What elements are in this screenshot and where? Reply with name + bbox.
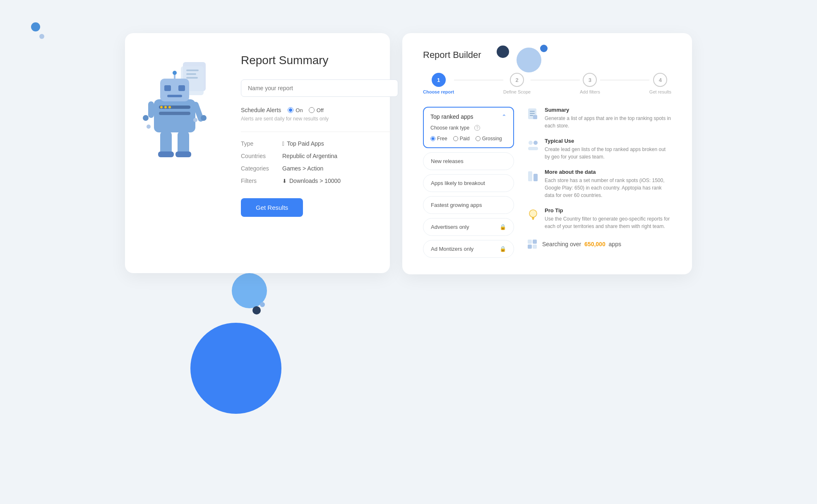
report-name-input[interactable]	[241, 79, 398, 97]
rank-paid-option[interactable]: Paid	[453, 136, 470, 142]
step-1: 1 Choose report	[423, 73, 454, 94]
type-value:  Top Paid Apps	[282, 140, 324, 147]
step-connector-2	[531, 80, 580, 80]
svg-rect-22	[178, 132, 189, 154]
svg-rect-5	[154, 99, 195, 132]
step-1-circle: 1	[432, 73, 446, 87]
svg-rect-29	[530, 113, 535, 114]
schedule-off-label: Off	[317, 107, 324, 113]
deco-circle-8	[252, 306, 261, 314]
svg-rect-34	[528, 147, 538, 150]
type-row: Type  Top Paid Apps	[241, 140, 398, 147]
more-data-title: More about the data	[545, 169, 671, 175]
step-connector-3	[600, 80, 649, 80]
schedule-off-option[interactable]: Off	[309, 107, 324, 113]
option-advertisers-only[interactable]: Advertisers only 🔒	[423, 218, 514, 236]
svg-rect-23	[158, 151, 174, 157]
option-top-ranked[interactable]: Top ranked apps ⌃ Choose rank type ? Fre…	[423, 107, 514, 148]
step-3: 3 Add filters	[580, 73, 600, 94]
robot-illustration	[137, 54, 220, 178]
svg-rect-21	[160, 132, 172, 154]
rank-grossing-option[interactable]: Grossing	[476, 136, 502, 142]
svg-point-33	[533, 141, 538, 145]
type-label: Type	[241, 140, 282, 147]
filters-value: ⬇ Downloads > 10000	[282, 178, 341, 184]
svg-rect-7	[164, 85, 171, 91]
get-results-button[interactable]: Get Results	[241, 198, 303, 217]
option-new-releases[interactable]: New releases	[423, 152, 514, 170]
svg-rect-43	[533, 245, 537, 249]
option-fastest-growing[interactable]: Fastest growing apps	[423, 196, 514, 214]
report-summary-card: Report Summary Schedule Alerts On Off Al…	[125, 33, 390, 273]
rank-grossing-radio[interactable]	[476, 136, 481, 141]
svg-point-17	[160, 106, 163, 108]
apple-icon: 	[282, 140, 284, 147]
svg-rect-38	[532, 217, 534, 218]
svg-point-15	[143, 115, 149, 121]
categories-row: Categories Games > Action	[241, 165, 398, 172]
rank-type-label: Choose rank type	[430, 125, 469, 131]
ad-montizers-label: Ad Montizers only	[431, 246, 473, 252]
svg-point-37	[529, 210, 537, 217]
builder-content: Top ranked apps ⌃ Choose rank type ? Fre…	[423, 107, 671, 258]
schedule-on-label: On	[296, 107, 303, 113]
step-1-number: 1	[437, 77, 440, 83]
searching-row: Searching over 650,000 apps	[526, 238, 671, 250]
svg-point-18	[164, 106, 167, 108]
summary-icon	[526, 108, 540, 121]
schedule-on-option[interactable]: On	[288, 107, 303, 113]
step-2-circle: 2	[510, 73, 524, 87]
top-ranked-label: Top ranked apps	[430, 113, 473, 120]
typical-use-text: Create lead gen lists of the top ranked …	[545, 146, 671, 161]
pro-tip-section: Pro Tip Use the Country filter to genera…	[526, 207, 671, 230]
countries-value: Republic of Argentina	[282, 153, 337, 159]
fastest-growing-label: Fastest growing apps	[431, 202, 482, 208]
svg-rect-36	[533, 174, 538, 181]
svg-rect-28	[530, 111, 535, 112]
categories-label: Categories	[241, 165, 282, 172]
rank-free-radio[interactable]	[430, 136, 435, 141]
svg-rect-40	[528, 240, 532, 244]
svg-rect-35	[528, 171, 532, 181]
more-data-text: Each store has a set number of rank spot…	[545, 177, 671, 199]
step-4-circle: 4	[653, 73, 667, 87]
typical-use-icon	[526, 139, 540, 152]
svg-point-26	[147, 125, 151, 129]
options-list: Top ranked apps ⌃ Choose rank type ? Fre…	[423, 107, 514, 258]
info-panel: Summary Generate a list of apps that are…	[526, 107, 671, 258]
typical-use-title: Typical Use	[545, 138, 671, 144]
type-value-text: Top Paid Apps	[287, 140, 324, 147]
svg-rect-3	[186, 73, 196, 75]
advertisers-only-label: Advertisers only	[431, 224, 469, 230]
searching-suffix: apps	[609, 241, 621, 247]
rank-paid-radio[interactable]	[453, 136, 458, 141]
new-releases-label: New releases	[431, 158, 464, 164]
svg-rect-31	[533, 115, 537, 119]
filters-label: Filters	[241, 178, 282, 184]
countries-row: Countries Republic of Argentina	[241, 153, 398, 159]
svg-point-32	[529, 141, 533, 145]
svg-rect-9	[167, 95, 182, 97]
svg-rect-30	[530, 115, 533, 116]
schedule-off-radio[interactable]	[309, 107, 315, 113]
svg-rect-8	[178, 85, 185, 91]
svg-rect-14	[148, 101, 154, 118]
rank-free-option[interactable]: Free	[430, 136, 447, 142]
svg-point-19	[168, 106, 171, 108]
schedule-on-radio[interactable]	[288, 107, 293, 113]
svg-rect-42	[528, 245, 532, 249]
step-3-number: 3	[589, 77, 591, 83]
pro-tip-text: Use the Country filter to generate geo-s…	[545, 215, 671, 230]
option-apps-breakout[interactable]: Apps likely to breakout	[423, 174, 514, 192]
svg-rect-2	[186, 70, 199, 71]
report-builder-card: Report Builder 1 Choose report 2 Define …	[402, 33, 692, 274]
filters-value-text: Downloads > 10000	[289, 178, 341, 184]
svg-point-13	[201, 115, 207, 121]
rank-type-row: Choose rank type ?	[430, 125, 507, 131]
option-ad-montizers[interactable]: Ad Montizers only 🔒	[423, 240, 514, 258]
filters-row: Filters ⬇ Downloads > 10000	[241, 178, 398, 184]
rank-radios: Free Paid Grossing	[430, 136, 507, 142]
svg-rect-24	[175, 151, 191, 157]
searching-text: Searching over 650,000 apps	[542, 241, 621, 247]
step-3-label: Add filters	[580, 89, 600, 94]
